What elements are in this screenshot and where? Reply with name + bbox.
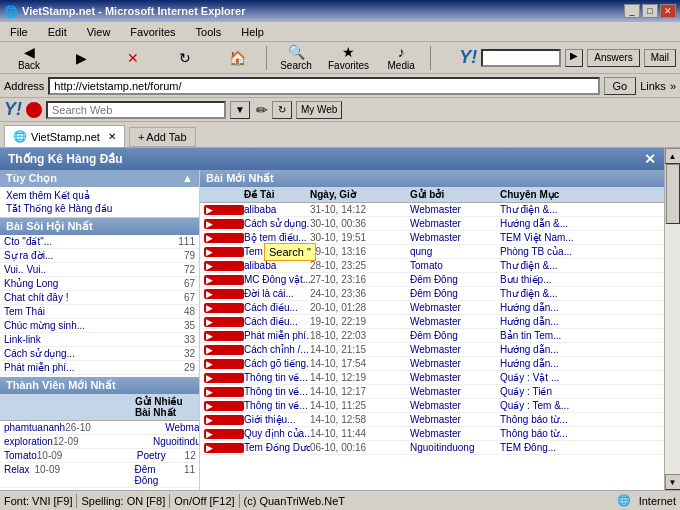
address-input[interactable] — [48, 77, 599, 95]
new-member-name[interactable]: exploration — [4, 436, 53, 447]
hot-topic-link[interactable]: Sự ra đời... — [4, 250, 160, 261]
top-poster-name[interactable]: Nguoitinduong — [153, 436, 200, 447]
media-button[interactable]: ♪ Media — [376, 44, 426, 72]
hot-topic-link[interactable]: Vui.. Vui.. — [4, 264, 160, 275]
post-title-link[interactable]: alibaba — [244, 204, 310, 215]
post-author-link[interactable]: Webmaster — [410, 232, 500, 243]
post-author-link[interactable]: Webmaster — [410, 218, 500, 229]
post-author-link[interactable]: Đêm Đông — [410, 330, 500, 341]
top-poster-name[interactable]: Admin — [135, 489, 166, 490]
post-author-link[interactable]: Webmaster — [410, 414, 500, 425]
new-member-name[interactable]: Tomato — [4, 450, 37, 461]
maximize-button[interactable]: □ — [642, 4, 658, 18]
post-category-link[interactable]: Bản tin Tem... — [500, 330, 580, 341]
post-title-link[interactable]: Thông tin về... — [244, 386, 310, 397]
mail-button[interactable]: Mail — [644, 49, 676, 67]
pencil-icon[interactable]: ✏ — [256, 102, 268, 118]
post-author-link[interactable]: Webmaster — [410, 386, 500, 397]
menu-view[interactable]: View — [81, 24, 117, 40]
scroll-down-button[interactable]: ▼ — [665, 474, 681, 490]
post-title-link[interactable]: Phát miễn phí... — [244, 330, 310, 341]
menu-favorites[interactable]: Favorites — [124, 24, 181, 40]
hot-topic-link[interactable]: Cto "đất"... — [4, 236, 160, 247]
close-button[interactable]: ✕ — [660, 4, 676, 18]
post-category-link[interactable]: Thư điện &... — [500, 288, 580, 299]
post-category-link[interactable]: Hướng dẫn... — [500, 316, 580, 327]
tat-thong-ke-link[interactable]: Tắt Thống kê Hàng đầu — [6, 202, 193, 215]
post-category-link[interactable]: Hướng dẫn &... — [500, 218, 580, 229]
search-web-button[interactable]: ▼ — [230, 101, 250, 119]
scroll-up-button[interactable]: ▲ — [665, 148, 681, 164]
post-author-link[interactable]: Tomato — [410, 260, 500, 271]
post-category-link[interactable]: Quầy : Tiền — [500, 386, 580, 397]
top-poster-name[interactable]: Webmaster — [165, 422, 200, 433]
add-tab-button[interactable]: + Add Tab — [129, 127, 196, 147]
post-category-link[interactable]: Thư điện &... — [500, 260, 580, 271]
scroll-track[interactable] — [665, 224, 681, 474]
post-title-link[interactable]: Thông tin về... — [244, 372, 310, 383]
post-author-link[interactable]: Webmaster — [410, 358, 500, 369]
scroll-thumb[interactable] — [666, 164, 680, 224]
forward-button[interactable]: ▶ — [56, 44, 106, 72]
post-author-link[interactable]: Đêm Đông — [410, 274, 500, 285]
post-author-link[interactable]: Webmaster — [410, 316, 500, 327]
menu-edit[interactable]: Edit — [42, 24, 73, 40]
post-category-link[interactable]: Quầy : Vật ... — [500, 372, 580, 383]
top-poster-name[interactable]: Poetry — [137, 450, 166, 461]
hot-topic-link[interactable]: Link-link — [4, 334, 160, 345]
links-arrow[interactable]: » — [670, 80, 676, 92]
my-web-button[interactable]: My Web — [296, 101, 343, 119]
post-title-link[interactable]: Tem Đồng Dương — [244, 442, 310, 453]
hot-topic-link[interactable]: Chat chít đây ! — [4, 292, 160, 303]
post-author-link[interactable]: qung — [410, 246, 500, 257]
yahoo-circle[interactable] — [26, 102, 42, 118]
post-author-link[interactable]: Webmaster — [410, 302, 500, 313]
post-author-link[interactable]: Webmaster — [410, 372, 500, 383]
home-button[interactable]: 🏠 — [212, 44, 262, 72]
panel-close-button[interactable]: ✕ — [644, 151, 656, 167]
post-title-link[interactable]: Bộ tem điều... — [244, 232, 310, 243]
post-author-link[interactable]: Webmaster — [410, 400, 500, 411]
post-title-link[interactable]: Cách chỉnh /... — [244, 344, 310, 355]
top-poster-name[interactable]: Đêm Đông — [135, 464, 166, 486]
new-member-name[interactable]: duca — [4, 489, 35, 490]
hot-topic-link[interactable]: Khủng Long — [4, 278, 160, 289]
tuy-chon-header[interactable]: Tùy Chọn ▲ — [0, 170, 199, 187]
favorites-button[interactable]: ★ Favorites — [323, 44, 374, 72]
post-title-link[interactable]: Cách điều... — [244, 302, 310, 313]
yahoo-search-button[interactable]: ▶ — [565, 49, 583, 67]
post-author-link[interactable]: Webmaster — [410, 204, 500, 215]
hot-topic-link[interactable]: Cách sử dụng... — [4, 348, 160, 359]
post-title-link[interactable]: Thông tin về... — [244, 400, 310, 411]
refresh-search-button[interactable]: ↻ — [272, 101, 292, 119]
new-member-name[interactable]: phamtuananh — [4, 422, 65, 433]
hot-topic-link[interactable]: Chúc mừng sinh... — [4, 320, 160, 331]
post-category-link[interactable]: Bưu thiếp... — [500, 274, 580, 285]
post-category-link[interactable]: Thông báo từ... — [500, 428, 580, 439]
post-category-link[interactable]: Quầy : Tem &... — [500, 400, 580, 411]
post-title-link[interactable]: Quy định của... — [244, 428, 310, 439]
post-title-link[interactable]: Cách gõ tiếng... — [244, 358, 310, 369]
post-author-link[interactable]: Webmaster — [410, 428, 500, 439]
post-author-link[interactable]: Nguoitinduong — [410, 442, 500, 453]
go-button[interactable]: Go — [604, 77, 637, 95]
post-category-link[interactable]: Thông báo từ... — [500, 414, 580, 425]
post-category-link[interactable]: Thư điện &... — [500, 204, 580, 215]
post-title-link[interactable]: Giới thiệu... — [244, 414, 310, 425]
post-category-link[interactable]: TEM Việt Nam... — [500, 232, 580, 243]
yahoo-input[interactable] — [481, 49, 561, 67]
minimize-button[interactable]: _ — [624, 4, 640, 18]
new-member-name[interactable]: Relax — [4, 464, 35, 486]
post-title-link[interactable]: Cách điều... — [244, 316, 310, 327]
menu-help[interactable]: Help — [235, 24, 270, 40]
menu-tools[interactable]: Tools — [190, 24, 228, 40]
links-label[interactable]: Links — [640, 80, 666, 92]
tab-close-icon[interactable]: ✕ — [108, 131, 116, 142]
search-web-input[interactable] — [46, 101, 226, 119]
post-category-link[interactable]: Hướng dẫn... — [500, 302, 580, 313]
post-category-link[interactable]: Phòng TB của... — [500, 246, 580, 257]
active-tab[interactable]: 🌐 VietStamp.net ✕ — [4, 125, 125, 147]
post-title-link[interactable]: alibaba — [244, 260, 310, 271]
post-category-link[interactable]: Hướng dẫn... — [500, 358, 580, 369]
xem-them-link[interactable]: Xem thêm Kết quả — [6, 189, 193, 202]
